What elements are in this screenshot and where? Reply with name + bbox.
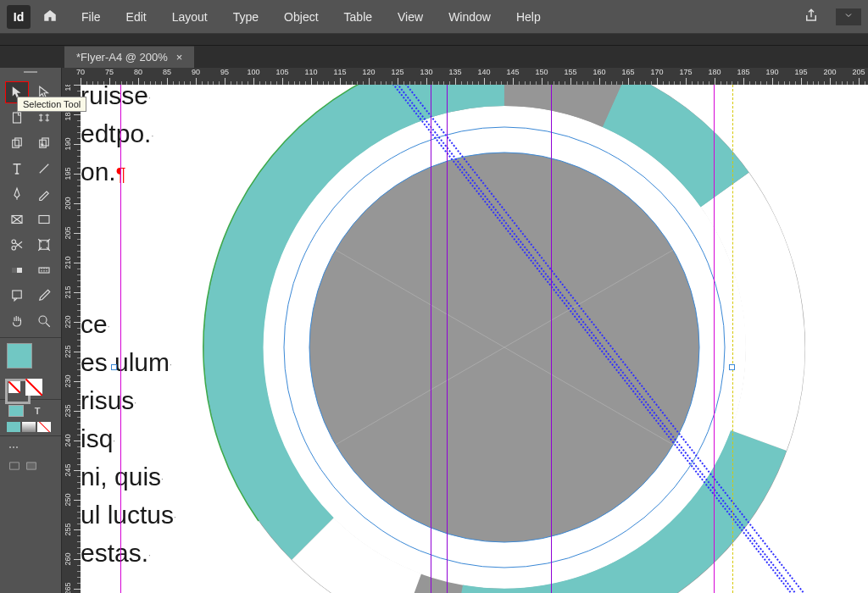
body-text-frame[interactable]: ruisse· edtpo.· on.¶ ce· es ulum· risus·… <box>81 85 176 572</box>
zoom-tool[interactable] <box>32 310 56 332</box>
text-line: edtpo. <box>81 119 151 147</box>
gradient-feather-tool[interactable] <box>32 259 56 281</box>
svg-rect-11 <box>12 268 17 273</box>
view-options-icon[interactable]: ⋯ <box>8 441 19 453</box>
menu-object[interactable]: Object <box>272 7 330 27</box>
menu-view[interactable]: View <box>386 7 435 27</box>
margin-guide[interactable] <box>120 85 121 593</box>
svg-rect-13 <box>13 291 22 298</box>
workspace: T ⋯ Selection Tool 707580859095100105110… <box>0 68 868 593</box>
vertical-ruler[interactable]: 1801851901952002052102152202252302352402… <box>62 85 81 593</box>
app-icon-indesign: Id <box>7 5 31 29</box>
formatting-text-icon[interactable]: T <box>31 406 44 416</box>
column-guide[interactable] <box>551 85 552 593</box>
menu-layout[interactable]: Layout <box>160 7 220 27</box>
svg-rect-0 <box>14 113 21 123</box>
pencil-tool[interactable] <box>32 183 56 205</box>
svg-rect-15 <box>10 463 19 469</box>
svg-rect-6 <box>39 216 49 224</box>
svg-rect-2 <box>15 138 22 146</box>
panel-grip[interactable] <box>0 69 61 78</box>
menu-help[interactable]: Help <box>504 7 553 27</box>
fill-stroke-control[interactable] <box>0 340 61 377</box>
text-line: ruisse <box>81 85 148 109</box>
type-tool[interactable] <box>5 158 29 180</box>
svg-point-8 <box>12 247 16 251</box>
menu-bar: Id File Edit Layout Type Object Table Vi… <box>0 0 868 34</box>
workspace-switcher[interactable] <box>836 8 861 25</box>
hand-tool[interactable] <box>5 310 29 332</box>
menu-items: File Edit Layout Type Object Table View … <box>70 7 793 27</box>
menu-edit[interactable]: Edit <box>114 7 159 27</box>
rectangle-tool[interactable] <box>32 208 56 230</box>
horizontal-ruler[interactable]: 7075808590951001051101151201251301351401… <box>62 68 868 85</box>
content-collector-tool[interactable] <box>5 132 29 154</box>
svg-rect-16 <box>27 463 36 469</box>
tab-area: *Flyer-A4 @ 200% × <box>0 46 868 68</box>
pen-tool[interactable] <box>5 183 29 205</box>
apply-color-icon[interactable] <box>7 422 20 432</box>
canvas[interactable]: ruisse· edtpo.· on.¶ ce· es ulum· risus·… <box>81 85 868 593</box>
svg-point-14 <box>39 316 47 324</box>
text-line: estas. <box>81 539 148 567</box>
fill-swatch[interactable] <box>7 343 32 369</box>
preview-mode-icon[interactable] <box>25 460 37 474</box>
pie-chart-artwork[interactable] <box>191 85 818 593</box>
scissors-tool[interactable] <box>5 234 29 256</box>
text-line: isq <box>81 424 113 452</box>
text-line: on. <box>81 158 116 186</box>
eyedropper-tool[interactable] <box>32 285 56 307</box>
swap-fill-stroke-icon[interactable] <box>25 379 42 396</box>
tab-title: *Flyer-A4 @ 200% <box>76 51 168 64</box>
svg-rect-1 <box>13 140 19 147</box>
column-guide[interactable] <box>431 85 431 593</box>
selection-handle-left[interactable] <box>111 364 117 370</box>
margin-guide[interactable] <box>714 85 715 593</box>
text-line: ce <box>81 310 108 338</box>
tooltip: Selection Tool <box>17 97 86 112</box>
text-line: es ulum <box>81 348 170 376</box>
text-line: risus <box>81 386 134 414</box>
menu-table[interactable]: Table <box>332 7 384 27</box>
document-tab[interactable]: *Flyer-A4 @ 200% × <box>64 46 194 68</box>
right-controls <box>793 4 861 30</box>
bleed-guide <box>732 85 733 593</box>
free-transform-tool[interactable] <box>32 234 56 256</box>
default-fill-stroke-icon[interactable] <box>8 381 20 393</box>
control-bar <box>0 34 868 46</box>
tool-panel: T ⋯ <box>0 68 62 593</box>
share-icon[interactable] <box>793 4 829 30</box>
column-guide[interactable] <box>447 85 448 593</box>
apply-none-icon[interactable] <box>37 422 51 432</box>
menu-window[interactable]: Window <box>437 7 503 27</box>
content-placer-tool[interactable] <box>32 132 56 154</box>
text-line: ul luctus <box>81 501 174 529</box>
tab-close-icon[interactable]: × <box>176 51 183 64</box>
menu-file[interactable]: File <box>70 7 113 27</box>
menu-type[interactable]: Type <box>221 7 270 27</box>
selection-handle-right[interactable] <box>729 364 735 370</box>
gradient-swatch-tool[interactable] <box>5 259 29 281</box>
apply-gradient-icon[interactable] <box>22 422 36 432</box>
line-tool[interactable] <box>32 158 56 180</box>
normal-view-icon[interactable] <box>8 460 20 474</box>
svg-point-7 <box>12 240 16 244</box>
rectangle-frame-tool[interactable] <box>5 208 29 230</box>
apply-color-row <box>0 420 61 434</box>
note-tool[interactable] <box>5 285 29 307</box>
formatting-container-icon[interactable] <box>8 405 24 417</box>
home-icon[interactable] <box>42 8 58 26</box>
